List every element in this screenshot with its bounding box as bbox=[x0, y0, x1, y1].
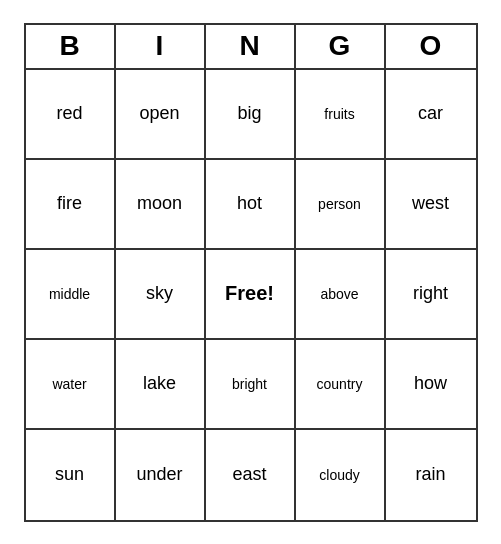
header-letter-g: G bbox=[296, 25, 386, 70]
bingo-cell-4-2: east bbox=[206, 430, 296, 520]
bingo-row-2: middleskyFree!aboveright bbox=[26, 250, 476, 340]
bingo-card: BINGO redopenbigfruitscarfiremoonhotpers… bbox=[24, 23, 478, 522]
bingo-cell-3-4: how bbox=[386, 340, 476, 430]
bingo-header: BINGO bbox=[26, 25, 476, 70]
bingo-cell-2-3: above bbox=[296, 250, 386, 340]
bingo-cell-0-3: fruits bbox=[296, 70, 386, 160]
bingo-row-1: firemoonhotpersonwest bbox=[26, 160, 476, 250]
bingo-body: redopenbigfruitscarfiremoonhotpersonwest… bbox=[26, 70, 476, 520]
bingo-row-0: redopenbigfruitscar bbox=[26, 70, 476, 160]
header-letter-o: O bbox=[386, 25, 476, 70]
bingo-cell-3-3: country bbox=[296, 340, 386, 430]
bingo-cell-1-0: fire bbox=[26, 160, 116, 250]
bingo-cell-1-1: moon bbox=[116, 160, 206, 250]
bingo-cell-4-0: sun bbox=[26, 430, 116, 520]
bingo-cell-4-4: rain bbox=[386, 430, 476, 520]
bingo-cell-3-1: lake bbox=[116, 340, 206, 430]
bingo-cell-2-1: sky bbox=[116, 250, 206, 340]
bingo-cell-4-1: under bbox=[116, 430, 206, 520]
bingo-cell-1-4: west bbox=[386, 160, 476, 250]
bingo-cell-3-2: bright bbox=[206, 340, 296, 430]
bingo-cell-1-3: person bbox=[296, 160, 386, 250]
bingo-cell-0-0: red bbox=[26, 70, 116, 160]
bingo-cell-0-4: car bbox=[386, 70, 476, 160]
bingo-cell-0-1: open bbox=[116, 70, 206, 160]
bingo-row-4: sunundereastcloudyrain bbox=[26, 430, 476, 520]
bingo-cell-2-2: Free! bbox=[206, 250, 296, 340]
bingo-cell-3-0: water bbox=[26, 340, 116, 430]
bingo-cell-2-4: right bbox=[386, 250, 476, 340]
header-letter-i: I bbox=[116, 25, 206, 70]
bingo-cell-2-0: middle bbox=[26, 250, 116, 340]
bingo-cell-0-2: big bbox=[206, 70, 296, 160]
bingo-row-3: waterlakebrightcountryhow bbox=[26, 340, 476, 430]
bingo-cell-4-3: cloudy bbox=[296, 430, 386, 520]
bingo-cell-1-2: hot bbox=[206, 160, 296, 250]
header-letter-n: N bbox=[206, 25, 296, 70]
header-letter-b: B bbox=[26, 25, 116, 70]
